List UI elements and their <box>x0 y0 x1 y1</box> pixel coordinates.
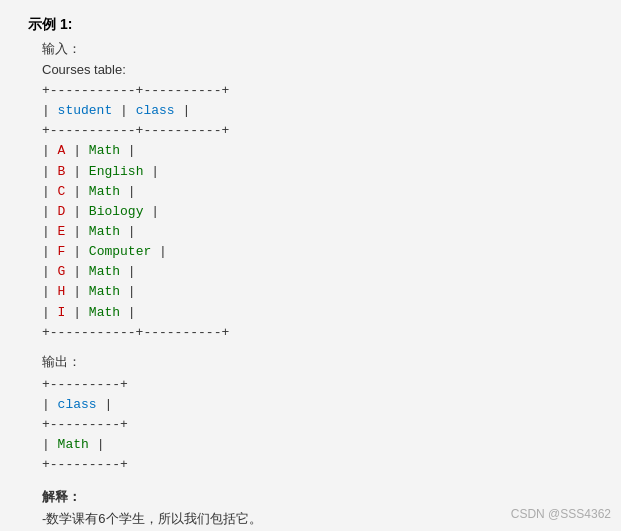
output-table: +---------+ | class | +---------+ | Math… <box>42 375 601 476</box>
table-row: | G | Math | <box>42 262 601 282</box>
output-row: | Math | <box>42 435 601 455</box>
explanation-title: 解释： <box>42 489 81 504</box>
input-table: +-----------+----------+ | student | cla… <box>42 81 601 343</box>
table-row: | H | Math | <box>42 282 601 302</box>
example-title: 示例 1: <box>28 16 601 34</box>
table-row: | E | Math | <box>42 222 601 242</box>
table-border-mid: +-----------+----------+ <box>42 121 601 141</box>
watermark: CSDN @SSS4362 <box>511 507 611 521</box>
output-header: | class | <box>42 395 601 415</box>
table-row: | F | Computer | <box>42 242 601 262</box>
table-label: Courses table: <box>42 62 601 77</box>
example-section: 示例 1: 输入： Courses table: +-----------+--… <box>28 16 601 531</box>
table-border-top: +-----------+----------+ <box>42 81 601 101</box>
table-row: | C | Math | <box>42 182 601 202</box>
table-row: | D | Biology | <box>42 202 601 222</box>
output-border-top: +---------+ <box>42 375 601 395</box>
table-row: | A | Math | <box>42 141 601 161</box>
explanation-label: 解释： <box>42 486 601 508</box>
input-label: 输入： <box>42 40 601 58</box>
output-section: 输出： +---------+ | class | +---------+ | … <box>42 353 601 476</box>
output-border-bottom: +---------+ <box>42 455 601 475</box>
output-label: 输出： <box>42 353 601 371</box>
table-header: | student | class | <box>42 101 601 121</box>
output-border-mid: +---------+ <box>42 415 601 435</box>
table-border-bottom: +-----------+----------+ <box>42 323 601 343</box>
table-row: | B | English | <box>42 162 601 182</box>
table-row: | I | Math | <box>42 303 601 323</box>
input-section: 输入： Courses table: +-----------+--------… <box>42 40 601 343</box>
